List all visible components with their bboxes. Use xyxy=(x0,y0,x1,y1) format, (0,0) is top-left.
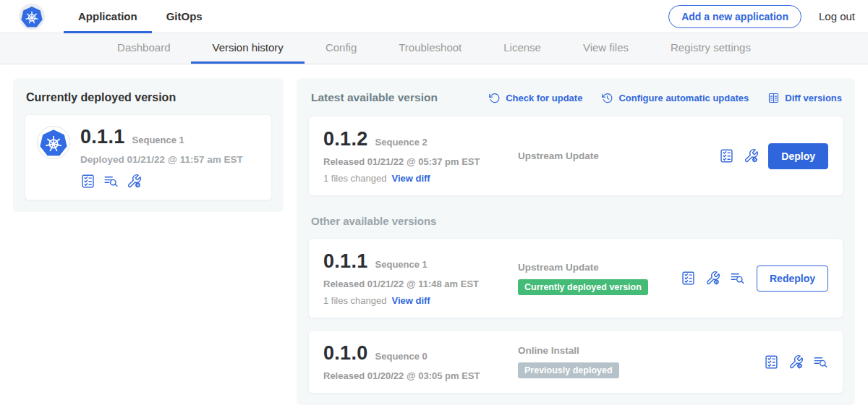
check-for-update-label: Check for update xyxy=(506,93,582,103)
tab-application-label: Application xyxy=(78,10,137,22)
app-icon-badge xyxy=(37,126,70,159)
subnav-tab-troubleshoot[interactable]: Troubleshoot xyxy=(378,33,482,64)
sequence-label: Sequence 2 xyxy=(375,137,427,148)
subnav-tab-license[interactable]: License xyxy=(482,33,562,64)
check-for-update-link[interactable]: Check for update xyxy=(488,92,582,104)
app-logo xyxy=(19,4,45,30)
configure-automatic-updates-link[interactable]: Configure automatic updates xyxy=(601,92,749,104)
subnav-tab-registry-settings[interactable]: Registry settings xyxy=(650,33,772,64)
diff-icon xyxy=(767,92,780,104)
subnav-tab-config[interactable]: Config xyxy=(305,33,378,64)
deployed-version-card: 0.1.1 Sequence 1 Deployed 01/21/22 @ 11:… xyxy=(25,114,272,200)
version-number: 0.1.2 xyxy=(323,128,368,150)
subnav-tab-version-history[interactable]: Version history xyxy=(191,33,304,64)
version-source-label: Upstream Update xyxy=(518,150,719,161)
deployed-version-number: 0.1.1 xyxy=(80,126,125,148)
redeploy-button[interactable]: Redeploy xyxy=(757,265,828,292)
configure-automatic-updates-label: Configure automatic updates xyxy=(618,93,749,103)
version-card-0-1-2: 0.1.2 Sequence 2 Released 01/21/22 @ 05:… xyxy=(308,116,843,196)
released-timestamp: Released 01/21/22 @ 11:48 am EST xyxy=(323,279,508,289)
app-subnav: Dashboard Version history Config Trouble… xyxy=(0,33,868,64)
top-header: Application GitOps Add a new application… xyxy=(0,0,868,33)
view-diff-link[interactable]: View diff xyxy=(391,295,430,306)
released-timestamp: Released 01/21/22 @ 05:37 pm EST xyxy=(323,156,508,167)
config-icon[interactable] xyxy=(127,174,142,189)
deploy-logs-icon[interactable] xyxy=(730,271,745,286)
released-timestamp: Released 01/20/22 @ 03:05 pm EST xyxy=(323,370,508,381)
preflight-checks-icon[interactable] xyxy=(764,354,779,370)
version-number: 0.1.1 xyxy=(323,250,368,273)
other-versions-title: Other available versions xyxy=(311,215,842,227)
logout-button[interactable]: Log out xyxy=(819,10,855,22)
deploy-logs-icon[interactable] xyxy=(103,174,119,189)
refresh-icon xyxy=(488,92,501,104)
version-source-label: Upstream Update xyxy=(518,262,681,273)
kubernetes-logo-icon xyxy=(40,129,67,156)
version-history-page: Currently deployed version 0.1.1 Sequenc… xyxy=(0,64,868,408)
version-source-label: Online Install xyxy=(518,345,764,356)
previously-deployed-badge: Previously deployed xyxy=(518,362,619,378)
add-application-button[interactable]: Add a new application xyxy=(668,5,801,28)
view-diff-link[interactable]: View diff xyxy=(391,173,430,184)
available-versions-panel: Latest available version Check for updat… xyxy=(297,78,855,405)
files-changed-label: 1 files changed xyxy=(323,295,386,306)
sequence-label: Sequence 0 xyxy=(375,351,427,362)
subnav-tab-dashboard[interactable]: Dashboard xyxy=(96,33,191,64)
subnav-tab-view-files[interactable]: View files xyxy=(562,33,650,64)
deployed-timestamp: Deployed 01/21/22 @ 11:57 am EST xyxy=(80,154,243,165)
deploy-logs-icon[interactable] xyxy=(813,354,828,370)
currently-deployed-title: Currently deployed version xyxy=(26,91,272,104)
diff-versions-link[interactable]: Diff versions xyxy=(767,92,842,104)
deploy-button[interactable]: Deploy xyxy=(768,143,828,169)
tab-application[interactable]: Application xyxy=(64,0,152,33)
config-icon[interactable] xyxy=(744,148,759,163)
config-icon[interactable] xyxy=(788,354,804,370)
scheduled-refresh-icon xyxy=(601,92,613,104)
version-number: 0.1.0 xyxy=(323,342,368,365)
deployed-sequence-label: Sequence 1 xyxy=(132,135,184,145)
latest-available-title: Latest available version xyxy=(311,91,438,104)
currently-deployed-panel: Currently deployed version 0.1.1 Sequenc… xyxy=(13,78,284,212)
kubernetes-logo-icon xyxy=(21,6,43,27)
version-card-0-1-0: 0.1.0 Sequence 0 Released 01/20/22 @ 03:… xyxy=(308,330,843,394)
tab-gitops[interactable]: GitOps xyxy=(152,0,217,33)
preflight-checks-icon[interactable] xyxy=(80,174,95,189)
currently-deployed-badge: Currently deployed version xyxy=(518,279,648,295)
tab-gitops-label: GitOps xyxy=(166,10,203,22)
preflight-checks-icon[interactable] xyxy=(681,271,696,286)
config-icon[interactable] xyxy=(705,271,720,286)
preflight-checks-icon[interactable] xyxy=(719,148,734,163)
version-card-0-1-1: 0.1.1 Sequence 1 Released 01/21/22 @ 11:… xyxy=(308,238,843,318)
files-changed-label: 1 files changed xyxy=(323,173,386,184)
diff-versions-label: Diff versions xyxy=(785,93,842,103)
sequence-label: Sequence 1 xyxy=(375,259,427,270)
